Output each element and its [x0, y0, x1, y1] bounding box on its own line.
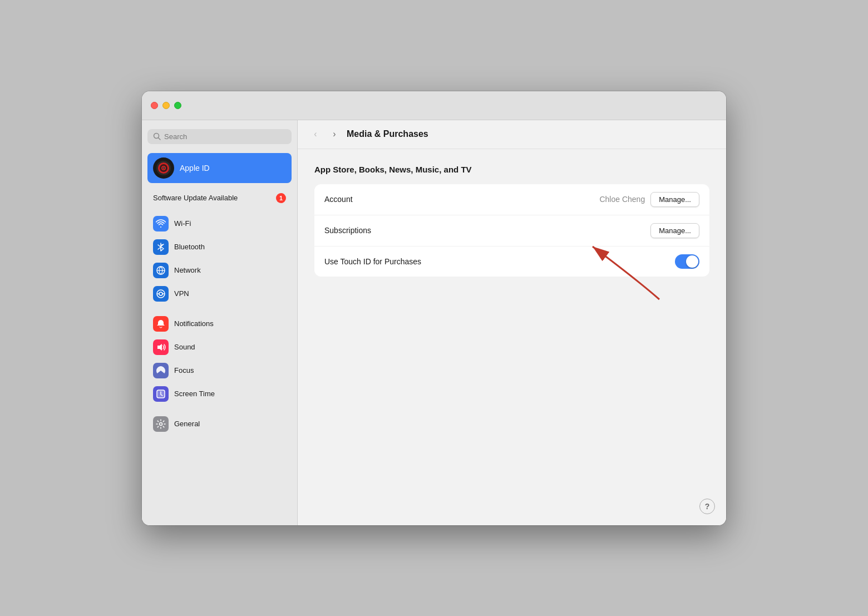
svg-point-8: [163, 167, 164, 169]
touchid-label: Use Touch ID for Purchases: [324, 257, 675, 266]
subscriptions-manage-button[interactable]: Manage...: [650, 223, 699, 238]
search-input[interactable]: [164, 132, 286, 141]
maximize-button[interactable]: [174, 102, 181, 109]
sidebar-item-software-update[interactable]: Software Update Available 1: [147, 190, 292, 206]
screentime-label: Screen Time: [174, 390, 215, 398]
wifi-icon-box: [153, 216, 169, 231]
general-icon: [156, 419, 166, 429]
focus-label: Focus: [174, 366, 194, 374]
subscriptions-row: Subscriptions Manage...: [314, 215, 709, 247]
wifi-icon: [156, 219, 166, 229]
content-body: App Store, Books, News, Music, and TV Ac…: [298, 149, 726, 525]
apple-id-label: Apple ID: [180, 164, 210, 173]
main-layout: Apple ID Software Update Available 1 Wi-: [142, 120, 726, 525]
minimize-button[interactable]: [162, 102, 170, 109]
titlebar: [142, 91, 726, 120]
sound-label: Sound: [174, 343, 195, 351]
sound-icon: [156, 342, 166, 352]
content-area: ‹ › Media & Purchases App Store, Books, …: [298, 120, 726, 525]
search-icon: [153, 132, 161, 140]
account-row: Account Chloe Cheng Manage...: [314, 184, 709, 215]
network-label: Network: [174, 266, 201, 274]
account-manage-button[interactable]: Manage...: [650, 192, 699, 207]
focus-icon-box: [153, 363, 169, 378]
notifications-label: Notifications: [174, 319, 214, 328]
divider-2: [147, 407, 292, 411]
subscriptions-label: Subscriptions: [324, 226, 650, 235]
svg-line-1: [159, 138, 161, 140]
back-button[interactable]: ‹: [309, 127, 322, 141]
sidebar-item-screen-time[interactable]: Screen Time: [147, 383, 292, 405]
content-header: ‹ › Media & Purchases: [298, 120, 726, 149]
page-title: Media & Purchases: [347, 129, 428, 139]
account-label: Account: [324, 195, 599, 204]
wifi-label: Wi-Fi: [174, 219, 191, 228]
account-value: Chloe Cheng: [599, 195, 645, 204]
sidebar-item-general[interactable]: General: [147, 413, 292, 435]
general-label: General: [174, 420, 200, 428]
svg-point-12: [159, 292, 162, 295]
system-preferences-window: Apple ID Software Update Available 1 Wi-: [142, 91, 726, 525]
sidebar-item-apple-id[interactable]: Apple ID: [147, 153, 292, 183]
notifications-icon: [156, 319, 166, 329]
screentime-icon-box: [153, 386, 169, 402]
avatar: [153, 157, 174, 179]
traffic-lights: [151, 102, 181, 109]
close-button[interactable]: [151, 102, 158, 109]
general-icon-box: [153, 416, 169, 432]
update-badge: 1: [276, 193, 286, 203]
update-label: Software Update Available: [153, 194, 273, 202]
sidebar: Apple ID Software Update Available 1 Wi-: [142, 120, 298, 525]
bluetooth-icon-box: [153, 239, 169, 255]
sidebar-item-network[interactable]: Network: [147, 260, 292, 281]
screentime-icon: [156, 389, 166, 399]
focus-icon: [156, 366, 166, 376]
sidebar-item-vpn[interactable]: VPN: [147, 283, 292, 304]
sidebar-item-notifications[interactable]: Notifications: [147, 313, 292, 334]
sidebar-item-focus[interactable]: Focus: [147, 360, 292, 381]
notifications-icon-box: [153, 316, 169, 332]
svg-point-18: [160, 422, 162, 425]
bluetooth-label: Bluetooth: [174, 243, 205, 251]
help-button[interactable]: ?: [699, 499, 715, 514]
vpn-icon: [156, 289, 166, 299]
sidebar-item-wifi[interactable]: Wi-Fi: [147, 213, 292, 234]
sidebar-item-bluetooth[interactable]: Bluetooth: [147, 236, 292, 258]
touchid-toggle[interactable]: [675, 254, 699, 269]
bluetooth-icon: [156, 242, 166, 252]
forward-button[interactable]: ›: [328, 127, 341, 141]
sidebar-item-sound[interactable]: Sound: [147, 337, 292, 358]
vpn-label: VPN: [174, 289, 189, 298]
touchid-row: Use Touch ID for Purchases: [314, 247, 709, 277]
svg-marker-15: [157, 344, 162, 351]
search-bar[interactable]: [147, 129, 292, 144]
vpn-icon-box: [153, 286, 169, 302]
settings-card: Account Chloe Cheng Manage... Subscripti…: [314, 184, 709, 277]
network-icon: [156, 265, 166, 275]
divider-1: [147, 307, 292, 311]
section-title: App Store, Books, News, Music, and TV: [314, 165, 709, 174]
sound-icon-box: [153, 339, 169, 355]
network-icon-box: [153, 263, 169, 278]
toggle-knob: [686, 255, 698, 268]
vinyl-icon: [154, 159, 173, 178]
